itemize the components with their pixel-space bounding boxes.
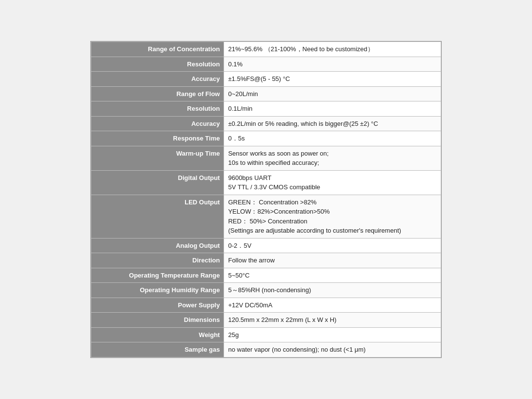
row-label: Accuracy xyxy=(91,72,224,87)
row-value: ±1.5%FS@(5 - 55) °C xyxy=(224,72,441,87)
spec-table-container: Range of Concentration21%~95.6% （21-100%… xyxy=(90,41,442,358)
row-label: Resolution xyxy=(91,101,224,117)
row-value: 0~20L/min xyxy=(224,86,441,101)
table-row: Accuracy±0.2L/min or 5% reading, which i… xyxy=(91,116,441,131)
row-label: Operating Temperature Range xyxy=(91,268,224,283)
table-row: Accuracy±1.5%FS@(5 - 55) °C xyxy=(91,72,441,87)
table-row: Digital Output9600bps UART5V TTL / 3.3V … xyxy=(91,170,441,195)
row-label: Direction xyxy=(91,253,224,268)
table-row: Sample gasno water vapor (no condensing)… xyxy=(91,342,441,358)
row-value: GREEN： Concentration >82%YELOW：82%>Conce… xyxy=(224,195,441,238)
row-value: 0.1% xyxy=(224,57,441,72)
row-label: Analog Output xyxy=(91,238,224,253)
row-value: Follow the arrow xyxy=(224,253,441,268)
table-row: Weight25g xyxy=(91,327,441,342)
table-row: Range of Concentration21%~95.6% （21-100%… xyxy=(91,42,441,57)
row-value: 21%~95.6% （21-100%，Need to be customized… xyxy=(224,42,441,57)
spec-table: Range of Concentration21%~95.6% （21-100%… xyxy=(91,41,441,358)
row-value: 9600bps UART5V TTL / 3.3V CMOS compatibl… xyxy=(224,170,441,195)
table-row: Operating Humidity Range5～85%RH (non-con… xyxy=(91,283,441,298)
row-value: 25g xyxy=(224,327,441,342)
row-label: Range of Flow xyxy=(91,86,224,101)
row-label: Power Supply xyxy=(91,298,224,313)
row-value: 0．5s xyxy=(224,131,441,146)
row-value: 5~50°C xyxy=(224,268,441,283)
row-value: Sensor works as soon as power on;10s to … xyxy=(224,146,441,170)
table-row: Operating Temperature Range5~50°C xyxy=(91,268,441,283)
row-value: ±0.2L/min or 5% reading, which is bigger… xyxy=(224,116,441,131)
table-row: DirectionFollow the arrow xyxy=(91,253,441,268)
row-label: Resolution xyxy=(91,57,224,72)
row-label: Weight xyxy=(91,327,224,342)
row-label: Warm-up Time xyxy=(91,146,224,170)
table-row: Analog Output0-2．5V xyxy=(91,238,441,253)
row-label: Response Time xyxy=(91,131,224,146)
table-row: Range of Flow0~20L/min xyxy=(91,86,441,101)
row-value: 0-2．5V xyxy=(224,238,441,253)
row-label: LED Output xyxy=(91,195,224,238)
row-value: 5～85%RH (non-condensing) xyxy=(224,283,441,298)
table-row: Power Supply+12V DC/50mA xyxy=(91,298,441,313)
row-label: Range of Concentration xyxy=(91,42,224,57)
row-value: no water vapor (no condensing); no dust … xyxy=(224,342,441,358)
row-label: Dimensions xyxy=(91,313,224,328)
row-label: Operating Humidity Range xyxy=(91,283,224,298)
row-value: 120.5mm x 22mm x 22mm (L x W x H) xyxy=(224,313,441,328)
table-row: LED OutputGREEN： Concentration >82%YELOW… xyxy=(91,195,441,238)
table-row: Dimensions120.5mm x 22mm x 22mm (L x W x… xyxy=(91,313,441,328)
row-value: 0.1L/min xyxy=(224,101,441,117)
table-row: Resolution0.1L/min xyxy=(91,101,441,117)
row-label: Accuracy xyxy=(91,116,224,131)
table-row: Warm-up TimeSensor works as soon as powe… xyxy=(91,146,441,170)
table-row: Resolution0.1% xyxy=(91,57,441,72)
table-row: Response Time0．5s xyxy=(91,131,441,146)
row-label: Sample gas xyxy=(91,342,224,358)
row-value: +12V DC/50mA xyxy=(224,298,441,313)
row-label: Digital Output xyxy=(91,170,224,195)
